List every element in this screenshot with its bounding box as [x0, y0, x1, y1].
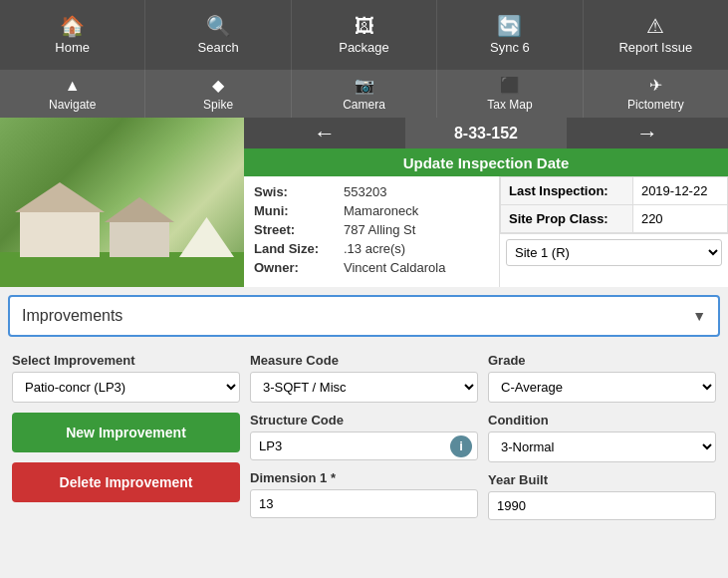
prev-arrow-button[interactable]: ← — [244, 118, 405, 148]
right-details: Last Inspection: 2019-12-22 Site Prop Cl… — [499, 176, 728, 287]
site-prop-class-label: Site Prop Class: — [501, 205, 633, 233]
form-grid: Select Improvement Patio-concr (LP3) Oth… — [12, 353, 716, 520]
site-select-row: Site 1 (R) Site 2 — [500, 233, 728, 271]
nav-item-navigate[interactable]: ▲ Navigate — [0, 70, 145, 118]
nav-item-sync[interactable]: 🔄 Sync 6 — [437, 0, 583, 70]
new-improvement-group: New Improvement — [12, 413, 240, 452]
site-prop-class-row: Site Prop Class: 220 — [501, 205, 728, 233]
content-area: ← 8-33-152 → Update Inspection Date Swis… — [0, 118, 728, 528]
nav-item-spike[interactable]: ◆ Spike — [145, 70, 291, 118]
nav-label-sync: Sync 6 — [490, 40, 530, 55]
improvements-dropdown-arrow: ▼ — [692, 308, 706, 324]
info-icon[interactable]: i — [450, 435, 472, 457]
improvements-title: Improvements — [22, 307, 122, 325]
site-select[interactable]: Site 1 (R) Site 2 — [506, 239, 722, 266]
search-icon: 🔍 — [206, 16, 231, 36]
nav-item-taxmap[interactable]: ⬛ Tax Map — [437, 70, 583, 118]
improvements-header[interactable]: Improvements ▼ — [8, 295, 720, 337]
site-prop-class-value: 220 — [632, 205, 727, 233]
muni-label: Muni: — [254, 203, 344, 218]
sync-icon: 🔄 — [497, 16, 522, 36]
parcel-arrows: ← 8-33-152 → — [244, 118, 728, 148]
nav-label-camera: Camera — [343, 98, 385, 112]
grade-label: Grade — [488, 353, 716, 368]
structure-code-label: Structure Code — [250, 413, 478, 428]
structure-code-group: Structure Code i — [250, 413, 478, 460]
last-inspection-label: Last Inspection: — [501, 177, 633, 205]
year-built-input[interactable] — [488, 491, 716, 520]
structure-code-input-row: i — [250, 432, 478, 460]
left-details: Swis: 553203 Muni: Mamaroneck Street: 78… — [244, 176, 499, 287]
dimension1-group: Dimension 1 * — [250, 470, 478, 518]
muni-value: Mamaroneck — [344, 203, 418, 218]
nav-item-package[interactable]: 🖼 Package — [292, 0, 437, 70]
taxmap-icon: ⬛ — [500, 76, 520, 95]
select-improvement-select[interactable]: Patio-concr (LP3) Other — [12, 372, 240, 403]
last-inspection-value: 2019-12-22 — [632, 177, 727, 205]
structure-code-input[interactable] — [250, 432, 478, 460]
delete-improvement-button[interactable]: Delete Improvement — [12, 462, 240, 502]
parcel-id-display: 8-33-152 — [405, 118, 567, 148]
report-icon: ⚠ — [646, 16, 664, 36]
nav-label-search: Search — [198, 40, 239, 55]
parcel-nav: ← 8-33-152 → Update Inspection Date Swis… — [244, 118, 728, 287]
delete-improvement-group: Delete Improvement — [12, 462, 240, 502]
nav-item-home[interactable]: 🏠 Home — [0, 0, 145, 70]
spike-icon: ◆ — [212, 76, 224, 95]
street-row: Street: 787 Alling St — [254, 222, 489, 237]
measure-code-group: Measure Code 3-SQFT / Misc 1-LF — [250, 353, 478, 403]
swis-row: Swis: 553203 — [254, 184, 489, 199]
select-improvement-label: Select Improvement — [12, 353, 240, 368]
street-value: 787 Alling St — [344, 222, 415, 237]
land-size-row: Land Size: .13 acre(s) — [254, 241, 489, 256]
property-row: ← 8-33-152 → Update Inspection Date Swis… — [0, 118, 728, 287]
nav-label-spike: Spike — [203, 98, 233, 112]
nav-item-camera[interactable]: 📷 Camera — [292, 70, 437, 118]
nav-label-taxmap: Tax Map — [487, 98, 532, 112]
package-icon: 🖼 — [355, 16, 374, 36]
second-navigation: ▲ Navigate ◆ Spike 📷 Camera ⬛ Tax Map ✈ … — [0, 70, 728, 118]
property-image — [0, 118, 244, 287]
nav-label-navigate: Navigate — [49, 98, 96, 112]
swis-label: Swis: — [254, 184, 344, 199]
year-built-label: Year Built — [488, 472, 716, 487]
next-arrow-button[interactable]: → — [567, 118, 728, 148]
nav-label-report: Report Issue — [618, 40, 692, 55]
owner-value: Vincent Caldarola — [344, 260, 445, 275]
nav-item-report[interactable]: ⚠ Report Issue — [584, 0, 728, 70]
owner-row: Owner: Vincent Caldarola — [254, 260, 489, 275]
nav-item-search[interactable]: 🔍 Search — [145, 0, 291, 70]
last-inspection-row: Last Inspection: 2019-12-22 — [501, 177, 728, 205]
land-size-label: Land Size: — [254, 241, 344, 256]
grade-group: Grade C-Average A-Excellent B-Good — [488, 353, 716, 403]
camera-icon: 📷 — [355, 76, 374, 95]
condition-select[interactable]: 3-Normal 1-Poor 2-Fair — [488, 432, 716, 462]
muni-row: Muni: Mamaroneck — [254, 203, 489, 218]
property-details: Swis: 553203 Muni: Mamaroneck Street: 78… — [244, 176, 728, 287]
update-btn-label: Update Inspection Date — [403, 154, 570, 171]
owner-label: Owner: — [254, 260, 344, 275]
home-icon: 🏠 — [60, 16, 85, 36]
pictometry-icon: ✈ — [649, 76, 662, 95]
form-section: Select Improvement Patio-concr (LP3) Oth… — [0, 345, 728, 528]
top-navigation: 🏠 Home 🔍 Search 🖼 Package 🔄 Sync 6 ⚠ Rep… — [0, 0, 728, 70]
nav-label-home: Home — [55, 40, 90, 55]
dimension1-input[interactable] — [250, 489, 478, 518]
select-improvement-group: Select Improvement Patio-concr (LP3) Oth… — [12, 353, 240, 403]
land-size-value: .13 acre(s) — [344, 241, 405, 256]
new-improvement-button[interactable]: New Improvement — [12, 413, 240, 452]
street-label: Street: — [254, 222, 344, 237]
measure-code-label: Measure Code — [250, 353, 478, 368]
year-built-group: Year Built — [488, 472, 716, 520]
nav-label-package: Package — [339, 40, 389, 55]
condition-group: Condition 3-Normal 1-Poor 2-Fair — [488, 413, 716, 462]
condition-label: Condition — [488, 413, 716, 428]
nav-item-pictometry[interactable]: ✈ Pictometry — [584, 70, 728, 118]
dimension1-label: Dimension 1 * — [250, 470, 478, 485]
update-inspection-button[interactable]: Update Inspection Date — [244, 148, 728, 176]
swis-value: 553203 — [344, 184, 386, 199]
measure-code-select[interactable]: 3-SQFT / Misc 1-LF — [250, 372, 478, 403]
grade-select[interactable]: C-Average A-Excellent B-Good — [488, 372, 716, 403]
inspection-table: Last Inspection: 2019-12-22 Site Prop Cl… — [500, 176, 728, 233]
nav-label-pictometry: Pictometry — [627, 98, 684, 112]
